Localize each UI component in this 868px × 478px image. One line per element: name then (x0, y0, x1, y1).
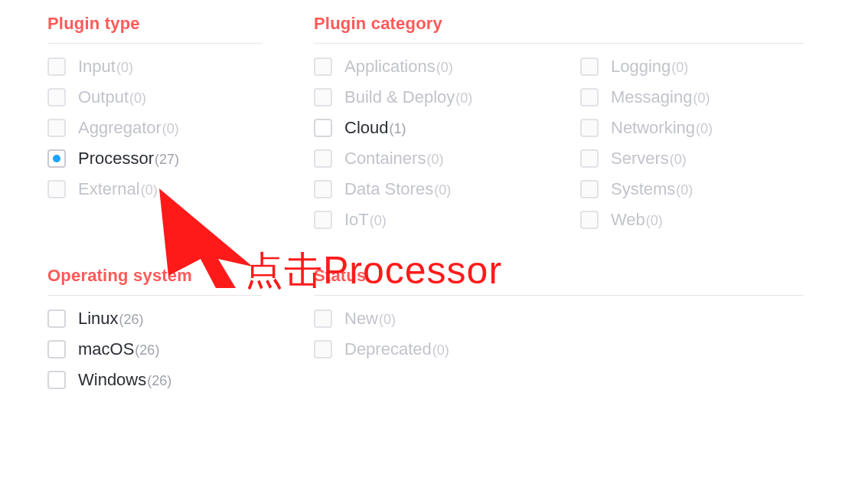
section-operating-system: Operating system Linux(26) macOS(26) Win… (47, 266, 314, 389)
filter-count: (0) (116, 60, 133, 75)
filter-label: Containers (344, 149, 426, 168)
filter-item-deprecated[interactable]: Deprecated(0) (314, 340, 842, 358)
filter-item-build-deploy[interactable]: Build & Deploy(0) (314, 88, 543, 106)
checkbox-icon[interactable] (47, 340, 66, 358)
filter-count: (0) (671, 60, 688, 75)
section-plugin-category: Plugin category Applications(0) Build & … (314, 14, 842, 229)
filter-item-applications[interactable]: Applications(0) (314, 57, 543, 76)
filter-label: Aggregator (78, 118, 162, 137)
filter-label: Networking (611, 118, 695, 137)
filter-item-data-stores[interactable]: Data Stores(0) (314, 180, 543, 198)
filter-item-macos[interactable]: macOS(26) (47, 340, 314, 358)
filter-count: (0) (436, 60, 453, 75)
checkbox-icon[interactable] (314, 57, 332, 76)
filter-count: (0) (129, 90, 146, 106)
filter-item-networking[interactable]: Networking(0) (580, 119, 810, 137)
filter-label: Logging (611, 57, 671, 76)
checkbox-icon[interactable] (47, 149, 66, 168)
checkbox-icon[interactable] (580, 119, 599, 137)
filter-item-servers[interactable]: Servers(0) (580, 149, 810, 168)
filter-count: (0) (426, 152, 443, 167)
filter-label: Windows (78, 370, 146, 389)
filter-label: Messaging (611, 87, 692, 106)
checkbox-icon[interactable] (47, 57, 66, 76)
filter-item-external[interactable]: External(0) (47, 180, 314, 198)
checkbox-icon[interactable] (314, 309, 332, 328)
filter-item-web[interactable]: Web(0) (580, 211, 810, 229)
filter-label: Build & Deploy (344, 87, 455, 106)
checkbox-icon[interactable] (580, 88, 599, 106)
filter-item-new[interactable]: New(0) (314, 309, 842, 328)
section-heading-plugin-type: Plugin type (47, 14, 314, 43)
section-plugin-type: Plugin type Input(0) Output(0) (47, 14, 314, 198)
divider (314, 295, 804, 296)
checkbox-icon[interactable] (47, 371, 66, 389)
filter-label: External (78, 179, 140, 198)
filter-count: (27) (155, 152, 179, 167)
filter-count: (0) (676, 182, 693, 198)
filter-label: Deprecated (344, 339, 432, 358)
checkbox-icon[interactable] (580, 180, 599, 198)
filter-label: Servers (611, 149, 669, 168)
filter-item-aggregator[interactable]: Aggregator(0) (47, 119, 314, 137)
filter-label: Data Stores (344, 179, 433, 198)
section-heading-status: Status (314, 266, 842, 295)
divider (47, 295, 262, 296)
filter-label: Input (78, 57, 116, 76)
checkbox-icon[interactable] (47, 180, 66, 198)
filter-count: (0) (693, 90, 710, 106)
filter-label: Processor (78, 149, 154, 168)
checkbox-icon[interactable] (580, 57, 599, 76)
checkbox-icon[interactable] (580, 211, 599, 229)
filter-count: (0) (432, 342, 449, 358)
filter-item-containers[interactable]: Containers(0) (314, 149, 543, 168)
filter-count: (0) (434, 182, 451, 198)
filter-count: (0) (455, 90, 472, 106)
filter-count: (26) (135, 342, 159, 358)
filter-count: (0) (162, 121, 179, 136)
checkbox-icon[interactable] (314, 180, 332, 198)
checkbox-icon[interactable] (314, 119, 332, 137)
divider (314, 43, 804, 44)
filter-item-processor[interactable]: Processor(27) (47, 149, 314, 168)
filter-label: Linux (78, 309, 119, 328)
checkbox-icon[interactable] (47, 119, 66, 137)
filter-item-iot[interactable]: IoT(0) (314, 211, 543, 229)
checkbox-icon[interactable] (580, 149, 599, 168)
filter-item-input[interactable]: Input(0) (47, 57, 314, 76)
filter-item-windows[interactable]: Windows(26) (47, 371, 314, 389)
filter-item-systems[interactable]: Systems(0) (580, 180, 810, 198)
checkbox-icon[interactable] (314, 88, 332, 106)
checkbox-icon[interactable] (314, 340, 332, 358)
filter-label: New (344, 309, 378, 328)
filter-count: (0) (379, 312, 396, 327)
checkbox-icon[interactable] (47, 309, 66, 328)
filter-label: Applications (344, 57, 436, 76)
filter-label: Cloud (344, 118, 388, 137)
filter-item-logging[interactable]: Logging(0) (580, 57, 810, 76)
filter-count: (26) (147, 373, 171, 388)
filter-item-messaging[interactable]: Messaging(0) (580, 88, 810, 106)
filter-count: (26) (119, 312, 144, 327)
filter-item-output[interactable]: Output(0) (47, 88, 314, 106)
filter-item-cloud[interactable]: Cloud(1) (314, 119, 543, 137)
divider (47, 43, 262, 44)
checkbox-icon[interactable] (47, 88, 66, 106)
filter-count: (0) (670, 152, 687, 167)
filter-label: IoT (344, 210, 369, 229)
filter-label: Web (611, 210, 645, 229)
filter-count: (0) (141, 182, 158, 198)
filter-count: (1) (389, 121, 406, 136)
filter-label: Output (78, 87, 129, 106)
checkbox-icon[interactable] (314, 149, 332, 168)
filter-label: Systems (611, 179, 675, 198)
filter-count: (0) (646, 213, 663, 228)
filter-count: (0) (370, 213, 387, 228)
filter-item-linux[interactable]: Linux(26) (47, 309, 314, 328)
section-heading-operating-system: Operating system (47, 266, 314, 295)
filter-label: macOS (78, 339, 134, 358)
checkbox-icon[interactable] (314, 211, 332, 229)
section-status: Status New(0) Deprecated(0) (314, 266, 842, 358)
section-heading-plugin-category: Plugin category (314, 14, 842, 43)
filter-count: (0) (696, 121, 713, 136)
